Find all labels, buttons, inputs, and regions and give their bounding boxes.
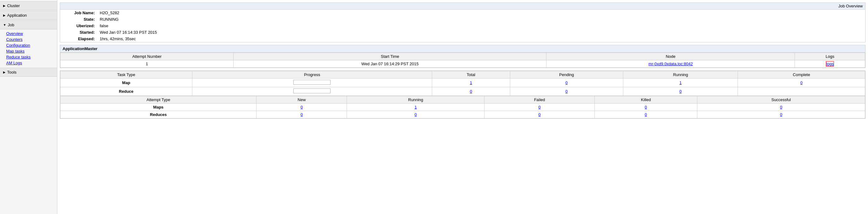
table-row: Maps 0 1 0 0 0 [60,104,865,111]
map-progress-cell [192,78,432,87]
map-total-link[interactable]: 1 [470,80,472,85]
reduces-running-link[interactable]: 0 [414,112,417,117]
reduce-pending-link[interactable]: 0 [565,89,567,94]
maps-running-link[interactable]: 1 [414,105,417,109]
logs-link[interactable]: logs [826,61,834,67]
cluster-arrow-icon: ▶ [3,4,6,7]
job-nav-items: Overview Counters Configuration Map task… [0,29,57,67]
sidebar-item-overview[interactable]: Overview [6,31,57,36]
sidebar-item-map-tasks[interactable]: Map tasks [6,48,57,54]
tasks-panel: Task Type Progress Total Pending Running… [60,71,866,119]
map-pending-link[interactable]: 0 [565,80,567,85]
sidebar-item-tools[interactable]: ▶ Tools [0,68,57,77]
started-value: Wed Jan 07 16:14:33 PST 2015 [97,29,865,36]
table-row: Started: Wed Jan 07 16:14:33 PST 2015 [60,29,865,36]
map-total-cell: 1 [432,78,510,87]
map-progress-bar [293,80,331,85]
table-row: Map 1 0 1 0 [60,78,865,87]
job-info-table: Job Name: H2O_5282 State: RUNNING Uberiz… [60,9,865,42]
sidebar-item-configuration[interactable]: Configuration [6,42,57,48]
maps-failed-link[interactable]: 0 [538,105,540,109]
job-overview-title: Job Overview [838,4,863,8]
application-arrow-icon: ▶ [3,13,6,17]
sidebar-item-cluster[interactable]: ▶ Cluster [0,1,57,10]
reduces-new-link[interactable]: 0 [301,112,303,117]
col-logs: Logs [795,53,865,60]
main-content: Job Overview Job Name: H2O_5282 State: R… [57,0,868,214]
tasks-header-row: Task Type Progress Total Pending Running… [60,71,865,78]
col-attempt-number: Attempt Number [60,53,234,60]
attempt-number-cell: 1 [60,60,234,68]
job-overview-panel: Job Overview Job Name: H2O_5282 State: R… [60,2,866,42]
job-name-value: H2O_5282 [97,9,865,16]
reduce-pending-cell: 0 [510,87,623,96]
sidebar-item-am-logs[interactable]: AM Logs [6,60,57,66]
maps-killed-cell: 0 [594,104,697,111]
col-new: New [256,96,347,104]
sidebar-job-label: Job [8,23,14,27]
reduces-successful-link[interactable]: 0 [780,112,782,117]
sidebar-item-job[interactable]: ▼ Job [0,21,57,29]
table-row: Job Name: H2O_5282 [60,9,865,16]
attempt-header-row: Attempt Type New Running Failed Killed S… [60,96,865,104]
sidebar-item-reduce-tasks[interactable]: Reduce tasks [6,54,57,60]
reduce-progress-bar [293,88,331,94]
job-overview-header: Job Overview [60,3,865,9]
maps-successful-cell: 0 [697,104,865,111]
map-running-cell: 1 [623,78,738,87]
reduces-failed-link[interactable]: 0 [538,112,540,117]
map-type-cell: Map [60,78,192,87]
reduce-total-link[interactable]: 0 [470,89,472,94]
application-master-table: Attempt Number Start Time Node Logs 1 We… [60,52,865,68]
maps-killed-link[interactable]: 0 [645,105,647,109]
sidebar-section-application: ▶ Application [0,11,57,20]
tools-arrow-icon: ▶ [3,71,6,74]
node-cell: mr-0xd9.0xdata.loc:8042 [547,60,795,68]
sidebar-section-job: ▼ Job Overview Counters Configuration Ma… [0,21,57,67]
reduces-failed-cell: 0 [485,111,595,118]
reduce-running-link[interactable]: 0 [679,89,682,94]
maps-new-link[interactable]: 0 [301,105,303,109]
table-header-row: Attempt Number Start Time Node Logs [60,53,865,60]
sidebar-section-cluster: ▶ Cluster [0,1,57,10]
table-row: Reduces 0 0 0 0 0 [60,111,865,118]
reduces-killed-link[interactable]: 0 [645,112,647,117]
sidebar: ▶ Cluster ▶ Application ▼ Job Overview C… [0,0,57,214]
reduces-new-cell: 0 [256,111,347,118]
table-row: Uberized: false [60,23,865,29]
col-pending: Pending [510,71,623,78]
node-link[interactable]: mr-0xd9.0xdata.loc:8042 [648,62,693,66]
start-time-cell: Wed Jan 07 16:14:29 PST 2015 [234,60,547,68]
map-pending-cell: 0 [510,78,623,87]
attempt-table: Attempt Type New Running Failed Killed S… [60,96,865,118]
map-complete-link[interactable]: 0 [801,80,803,85]
col-running: Running [347,96,485,104]
state-value: RUNNING [97,16,865,23]
map-complete-cell: 0 [738,78,865,87]
table-row: Elapsed: 1hrs, 42mins, 35sec [60,36,865,42]
uberized-value: false [97,23,865,29]
uberized-label: Uberized: [60,23,97,29]
application-master-panel: ApplicationMaster Attempt Number Start T… [60,45,866,68]
elapsed-value: 1hrs, 42mins, 35sec [97,36,865,42]
sidebar-item-counters[interactable]: Counters [6,36,57,42]
map-running-link[interactable]: 1 [679,80,682,85]
col-killed: Killed [594,96,697,104]
job-name-label: Job Name: [60,9,97,16]
table-row: Reduce 0 0 0 [60,87,865,96]
maps-successful-link[interactable]: 0 [780,105,782,109]
elapsed-label: Elapsed: [60,36,97,42]
col-total: Total [432,71,510,78]
col-start-time: Start Time [234,53,547,60]
sidebar-item-application[interactable]: ▶ Application [0,11,57,20]
started-label: Started: [60,29,97,36]
reduces-successful-cell: 0 [697,111,865,118]
logs-cell: logs [795,60,865,68]
reduces-killed-cell: 0 [594,111,697,118]
sidebar-cluster-label: Cluster [7,3,20,8]
maps-failed-cell: 0 [485,104,595,111]
tasks-table: Task Type Progress Total Pending Running… [60,71,865,96]
state-label: State: [60,16,97,23]
col-failed: Failed [485,96,595,104]
maps-attempt-type: Maps [60,104,256,111]
